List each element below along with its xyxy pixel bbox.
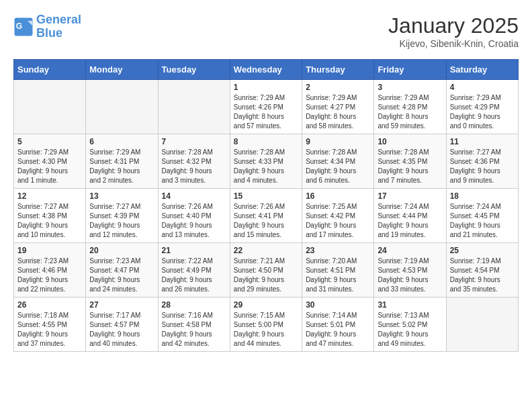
day-info: Sunrise: 7:29 AM Sunset: 4:31 PM Dayligh…: [89, 148, 154, 185]
calendar-cell: 6Sunrise: 7:29 AM Sunset: 4:31 PM Daylig…: [86, 134, 158, 189]
weekday-header-thursday: Thursday: [302, 60, 374, 80]
day-number: 19: [17, 246, 82, 255]
day-number: 27: [89, 300, 154, 310]
logo: G General Blue: [13, 13, 81, 40]
calendar-week-5: 26Sunrise: 7:18 AM Sunset: 4:55 PM Dayli…: [14, 298, 519, 352]
weekday-header-tuesday: Tuesday: [158, 60, 230, 80]
month-title: January 2025: [388, 13, 519, 38]
logo-text: General Blue: [36, 13, 81, 40]
calendar-cell: 19Sunrise: 7:23 AM Sunset: 4:46 PM Dayli…: [14, 243, 86, 298]
day-number: 15: [234, 191, 298, 201]
day-number: 1: [234, 83, 298, 92]
day-number: 11: [450, 137, 515, 146]
calendar-cell: 26Sunrise: 7:18 AM Sunset: 4:55 PM Dayli…: [14, 298, 86, 352]
day-number: 21: [162, 246, 226, 255]
calendar-cell: 14Sunrise: 7:26 AM Sunset: 4:40 PM Dayli…: [158, 189, 230, 243]
day-number: 10: [378, 137, 442, 146]
day-info: Sunrise: 7:29 AM Sunset: 4:30 PM Dayligh…: [17, 148, 82, 185]
day-info: Sunrise: 7:29 AM Sunset: 4:27 PM Dayligh…: [306, 93, 370, 131]
day-number: 8: [234, 137, 298, 146]
calendar-cell: 30Sunrise: 7:14 AM Sunset: 5:01 PM Dayli…: [302, 298, 374, 352]
day-number: 3: [378, 83, 442, 92]
calendar-cell: 8Sunrise: 7:28 AM Sunset: 4:33 PM Daylig…: [230, 134, 302, 189]
calendar-cell: 31Sunrise: 7:13 AM Sunset: 5:02 PM Dayli…: [374, 298, 446, 352]
calendar-cell: 4Sunrise: 7:29 AM Sunset: 4:29 PM Daylig…: [446, 80, 518, 134]
day-number: 5: [17, 137, 82, 146]
day-number: 14: [162, 191, 226, 201]
calendar-cell: 25Sunrise: 7:19 AM Sunset: 4:54 PM Dayli…: [446, 243, 518, 298]
calendar-cell: 23Sunrise: 7:20 AM Sunset: 4:51 PM Dayli…: [302, 243, 374, 298]
day-info: Sunrise: 7:24 AM Sunset: 4:44 PM Dayligh…: [378, 202, 442, 240]
day-number: 29: [234, 300, 298, 310]
calendar-cell: 3Sunrise: 7:29 AM Sunset: 4:28 PM Daylig…: [374, 80, 446, 134]
calendar-cell: 28Sunrise: 7:16 AM Sunset: 4:58 PM Dayli…: [158, 298, 230, 352]
day-info: Sunrise: 7:27 AM Sunset: 4:39 PM Dayligh…: [89, 202, 154, 240]
calendar-cell: 11Sunrise: 7:27 AM Sunset: 4:36 PM Dayli…: [446, 134, 518, 189]
calendar-cell: [158, 80, 230, 134]
calendar-week-3: 12Sunrise: 7:27 AM Sunset: 4:38 PM Dayli…: [14, 189, 519, 243]
day-info: Sunrise: 7:15 AM Sunset: 5:00 PM Dayligh…: [234, 311, 298, 349]
day-number: 23: [306, 246, 370, 255]
day-info: Sunrise: 7:24 AM Sunset: 4:45 PM Dayligh…: [450, 202, 515, 240]
day-info: Sunrise: 7:26 AM Sunset: 4:41 PM Dayligh…: [234, 202, 298, 240]
calendar-cell: 16Sunrise: 7:25 AM Sunset: 4:42 PM Dayli…: [302, 189, 374, 243]
day-info: Sunrise: 7:29 AM Sunset: 4:29 PM Dayligh…: [450, 93, 515, 131]
location: Kijevo, Sibenik-Knin, Croatia: [388, 38, 519, 49]
day-number: 17: [378, 191, 442, 201]
day-info: Sunrise: 7:21 AM Sunset: 4:50 PM Dayligh…: [234, 257, 298, 294]
day-info: Sunrise: 7:28 AM Sunset: 4:33 PM Dayligh…: [234, 148, 298, 185]
day-info: Sunrise: 7:26 AM Sunset: 4:40 PM Dayligh…: [162, 202, 226, 240]
calendar-cell: 1Sunrise: 7:29 AM Sunset: 4:26 PM Daylig…: [230, 80, 302, 134]
calendar-cell: [14, 80, 86, 134]
calendar-cell: 18Sunrise: 7:24 AM Sunset: 4:45 PM Dayli…: [446, 189, 518, 243]
day-number: 20: [89, 246, 154, 255]
day-info: Sunrise: 7:13 AM Sunset: 5:02 PM Dayligh…: [378, 311, 442, 349]
day-info: Sunrise: 7:18 AM Sunset: 4:55 PM Dayligh…: [17, 311, 82, 349]
page-header: G General Blue January 2025 Kijevo, Sibe…: [13, 13, 519, 49]
day-number: 7: [162, 137, 226, 146]
day-info: Sunrise: 7:28 AM Sunset: 4:35 PM Dayligh…: [378, 148, 442, 185]
day-info: Sunrise: 7:29 AM Sunset: 4:28 PM Dayligh…: [378, 93, 442, 131]
day-number: 22: [234, 246, 298, 255]
day-info: Sunrise: 7:22 AM Sunset: 4:49 PM Dayligh…: [162, 257, 226, 294]
calendar-cell: 21Sunrise: 7:22 AM Sunset: 4:49 PM Dayli…: [158, 243, 230, 298]
day-info: Sunrise: 7:28 AM Sunset: 4:34 PM Dayligh…: [306, 148, 370, 185]
day-number: 4: [450, 83, 515, 92]
calendar-cell: 17Sunrise: 7:24 AM Sunset: 4:44 PM Dayli…: [374, 189, 446, 243]
day-number: 16: [306, 191, 370, 201]
day-info: Sunrise: 7:17 AM Sunset: 4:57 PM Dayligh…: [89, 311, 154, 349]
calendar-cell: 7Sunrise: 7:28 AM Sunset: 4:32 PM Daylig…: [158, 134, 230, 189]
day-number: 26: [17, 300, 82, 310]
calendar-cell: 13Sunrise: 7:27 AM Sunset: 4:39 PM Dayli…: [86, 189, 158, 243]
svg-text:G: G: [16, 21, 22, 31]
day-number: 18: [450, 191, 515, 201]
day-number: 24: [378, 246, 442, 255]
day-info: Sunrise: 7:28 AM Sunset: 4:32 PM Dayligh…: [162, 148, 226, 185]
day-number: 12: [17, 191, 82, 201]
calendar-cell: [446, 298, 518, 352]
calendar-week-1: 1Sunrise: 7:29 AM Sunset: 4:26 PM Daylig…: [14, 80, 519, 134]
calendar-cell: 20Sunrise: 7:23 AM Sunset: 4:47 PM Dayli…: [86, 243, 158, 298]
calendar-cell: 27Sunrise: 7:17 AM Sunset: 4:57 PM Dayli…: [86, 298, 158, 352]
calendar-cell: 2Sunrise: 7:29 AM Sunset: 4:27 PM Daylig…: [302, 80, 374, 134]
calendar-cell: 22Sunrise: 7:21 AM Sunset: 4:50 PM Dayli…: [230, 243, 302, 298]
day-number: 9: [306, 137, 370, 146]
day-number: 6: [89, 137, 154, 146]
day-info: Sunrise: 7:19 AM Sunset: 4:54 PM Dayligh…: [450, 257, 515, 294]
day-number: 2: [306, 83, 370, 92]
day-info: Sunrise: 7:14 AM Sunset: 5:01 PM Dayligh…: [306, 311, 370, 349]
weekday-header-saturday: Saturday: [446, 60, 518, 80]
day-info: Sunrise: 7:20 AM Sunset: 4:51 PM Dayligh…: [306, 257, 370, 294]
day-number: 31: [378, 300, 442, 310]
calendar-cell: 12Sunrise: 7:27 AM Sunset: 4:38 PM Dayli…: [14, 189, 86, 243]
day-info: Sunrise: 7:27 AM Sunset: 4:36 PM Dayligh…: [450, 148, 515, 185]
weekday-header-row: SundayMondayTuesdayWednesdayThursdayFrid…: [14, 60, 519, 80]
calendar-cell: 9Sunrise: 7:28 AM Sunset: 4:34 PM Daylig…: [302, 134, 374, 189]
day-info: Sunrise: 7:29 AM Sunset: 4:26 PM Dayligh…: [234, 93, 298, 131]
day-info: Sunrise: 7:23 AM Sunset: 4:47 PM Dayligh…: [89, 257, 154, 294]
day-info: Sunrise: 7:16 AM Sunset: 4:58 PM Dayligh…: [162, 311, 226, 349]
title-block: January 2025 Kijevo, Sibenik-Knin, Croat…: [388, 13, 519, 49]
weekday-header-monday: Monday: [86, 60, 158, 80]
day-number: 30: [306, 300, 370, 310]
calendar-cell: 10Sunrise: 7:28 AM Sunset: 4:35 PM Dayli…: [374, 134, 446, 189]
